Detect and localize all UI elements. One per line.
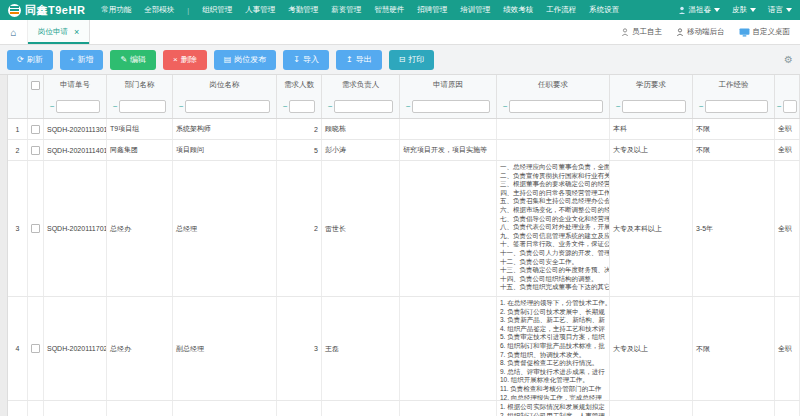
menu-item-performance[interactable]: 绩效考核 <box>503 5 533 15</box>
table-row[interactable]: 4 SQDH-2020111702 总经办 副总经理 3 王磊 1. 在总经理的… <box>8 297 800 401</box>
filter-clipped[interactable] <box>783 100 797 113</box>
header-dept[interactable]: 部门名称 <box>107 75 173 95</box>
row-checkbox[interactable] <box>31 125 40 134</box>
header-position[interactable]: 岗位名称 <box>173 75 277 95</box>
cell-job-type: 全职 <box>775 140 800 160</box>
menu-item-recruit[interactable]: 招聘管理 <box>417 5 447 15</box>
user-icon <box>678 6 686 14</box>
link-mobile-backend[interactable]: 移动端后台 <box>676 27 725 37</box>
skin-menu[interactable]: 皮肤 <box>732 5 756 15</box>
menu-item-common[interactable]: 常用功能 <box>101 5 131 15</box>
cell-position: 总经理 <box>173 161 277 296</box>
filter-experience[interactable] <box>705 100 768 113</box>
table-row[interactable]: 3 SQDH-2020111701 总经办 总经理 2 雷世长 一、总经理应向公… <box>8 161 800 297</box>
cell-headcount: 5 <box>277 140 322 160</box>
menu-item-settings[interactable]: 系统设置 <box>589 5 619 15</box>
menu-item-smart-hardware[interactable]: 智慧硬件 <box>374 5 404 15</box>
header-requirements[interactable]: 任职要求 <box>497 75 610 95</box>
menu-item-hr[interactable]: 人事管理 <box>245 5 275 15</box>
gear-icon[interactable]: ⚙ <box>784 54 793 65</box>
row-checkbox[interactable] <box>31 224 40 233</box>
add-button[interactable]: + 新增 <box>60 50 104 70</box>
row-checkbox[interactable] <box>31 344 40 353</box>
chevron-down-icon <box>714 8 720 12</box>
header-clipped <box>775 75 800 95</box>
cell-request-no: SQDH-2020111702 <box>44 297 107 400</box>
cell-experience: 不限 <box>693 297 775 400</box>
filter-requirements[interactable] <box>509 100 603 113</box>
header-reason[interactable]: 申请原因 <box>400 75 497 95</box>
monitor-icon <box>739 28 750 37</box>
delete-button[interactable]: × 删除 <box>163 50 207 70</box>
table-row[interactable]: 2 SQDH-2020111401 同鑫集团 项目顾问 5 彭小涛 研究项目开发… <box>8 140 800 161</box>
cell-owner: 彭小涛 <box>322 140 400 160</box>
table-row[interactable]: 1. 根据公司实际情况和发展规划拟定 2. 组织制订公司用工制度、人事管理 <box>8 401 800 416</box>
cell-position: 项目顾问 <box>173 140 277 160</box>
publish-position-button[interactable]: ▤ 岗位发布 <box>214 50 277 70</box>
cell-requirements <box>497 119 610 139</box>
home-tab[interactable]: ⌂ <box>0 20 28 44</box>
import-button[interactable]: ↧ 导入 <box>283 50 329 70</box>
cell-job-type: 全职 <box>775 119 800 139</box>
header-experience[interactable]: 工作经验 <box>693 75 775 95</box>
export-button[interactable]: ↥ 导出 <box>336 50 382 70</box>
refresh-icon: ⟳ <box>17 55 24 64</box>
collapsed-sidebar-strip[interactable] <box>0 75 8 416</box>
tab-position-request[interactable]: 岗位申请 × <box>28 20 90 44</box>
menu-item-salary[interactable]: 薪资管理 <box>331 5 361 15</box>
link-employee-self-service[interactable]: 员工自主 <box>621 27 662 37</box>
refresh-button[interactable]: ⟳ 刷新 <box>7 50 53 70</box>
cell-owner: 顾晓栋 <box>322 119 400 139</box>
publish-icon: ▤ <box>224 55 232 64</box>
table-row[interactable]: 1 SQDH-2020111301 T9项目组 系统架构师 2 顾晓栋 本科 不… <box>8 119 800 140</box>
close-icon[interactable]: × <box>74 27 79 37</box>
edit-button[interactable]: ✎ 编辑 <box>110 50 156 70</box>
header-request-no[interactable]: 申请单号 <box>44 75 107 95</box>
person-icon <box>676 28 684 36</box>
cell-headcount: 3 <box>277 297 322 400</box>
select-all-checkbox[interactable] <box>31 81 40 90</box>
filter-headcount[interactable] <box>289 100 315 113</box>
cell-education: 大专及以上 <box>610 297 693 400</box>
filter-position[interactable] <box>185 100 270 113</box>
position-request-table: 申请单号 部门名称 岗位名称 需求人数 需求负责人 申请原因 任职要求 学历要求… <box>0 75 800 416</box>
language-menu[interactable]: 语言 <box>768 5 792 15</box>
filter-reason[interactable] <box>412 100 490 113</box>
print-button[interactable]: ⊟ 打印 <box>389 50 435 70</box>
header-rownum <box>8 75 28 95</box>
toolbar: ⟳ 刷新 + 新增 ✎ 编辑 × 删除 ▤ 岗位发布 ↧ 导入 ↥ 导出 ⊟ 打… <box>0 45 800 75</box>
cell-job-type: 全职 <box>775 161 800 296</box>
header-checkbox <box>28 75 44 95</box>
filter-dept[interactable] <box>119 100 166 113</box>
tab-label: 岗位申请 <box>38 27 68 37</box>
filter-education[interactable] <box>622 100 686 113</box>
menu-item-workflow[interactable]: 工作流程 <box>546 5 576 15</box>
header-headcount[interactable]: 需求人数 <box>277 75 322 95</box>
filter-request-no[interactable] <box>56 100 100 113</box>
cell-dept: T9项目组 <box>107 119 173 139</box>
header-owner[interactable]: 需求负责人 <box>322 75 400 95</box>
cell-position: 副总经理 <box>173 297 277 400</box>
tilde: ~ <box>50 102 55 111</box>
cell-request-no <box>44 401 107 416</box>
menu-item-all-modules[interactable]: 全部模块 <box>144 5 174 15</box>
cell-request-no: SQDH-2020111701 <box>44 161 107 296</box>
row-checkbox[interactable] <box>31 146 40 155</box>
cell-reason <box>400 119 497 139</box>
filter-owner[interactable] <box>334 100 393 113</box>
cell-headcount: 2 <box>277 119 322 139</box>
cell-education <box>610 401 693 416</box>
cell-requirements: 一、总经理应向公司董事会负责，全面 二、负责宣传贯彻执行国家和行业有关 三、根据… <box>497 161 610 296</box>
cell-owner: 雷世长 <box>322 161 400 296</box>
link-custom-desktop[interactable]: 自定义桌面 <box>739 27 791 37</box>
menu-item-org[interactable]: 组织管理 <box>202 5 232 15</box>
export-icon: ↥ <box>346 55 353 64</box>
menu-item-training[interactable]: 培训管理 <box>460 5 490 15</box>
header-education[interactable]: 学历要求 <box>610 75 693 95</box>
cell-requirements: 1. 根据公司实际情况和发展规划拟定 2. 组织制订公司用工制度、人事管理 <box>497 401 610 416</box>
menu-item-attendance[interactable]: 考勤管理 <box>288 5 318 15</box>
user-menu[interactable]: 温祖春 <box>678 5 721 15</box>
chevron-down-icon <box>750 8 756 12</box>
table-filter-row: ~ ~ ~ ~ ~ ~ ~ ~ ~ ~ <box>8 95 800 119</box>
edit-icon: ✎ <box>120 55 127 64</box>
